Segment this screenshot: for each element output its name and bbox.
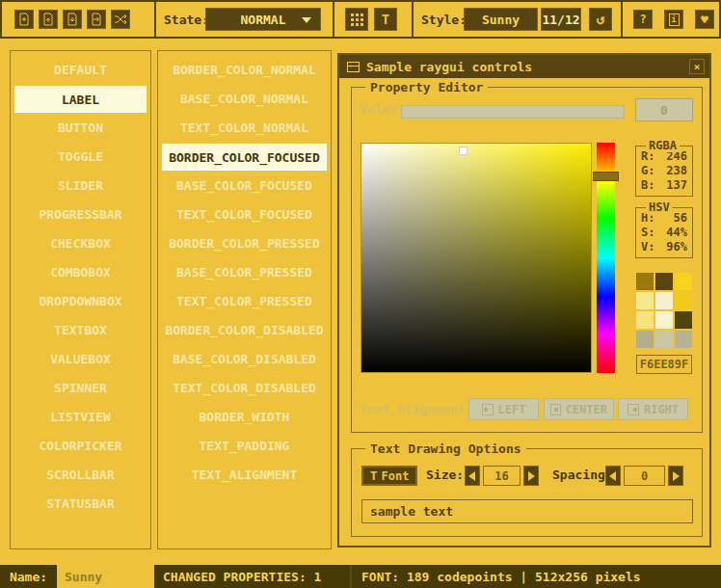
hex-color-input[interactable]: F6EE89F: [636, 355, 692, 374]
state-label: State:: [164, 2, 209, 37]
style-color-swatch[interactable]: [675, 292, 692, 309]
new-file-button[interactable]: [14, 10, 34, 29]
color-panel[interactable]: [360, 143, 592, 373]
spacing-value-box[interactable]: 0: [624, 466, 665, 486]
about-button[interactable]: i: [664, 10, 683, 29]
hex-color-value: F6EE89F: [640, 358, 689, 371]
list-item-scrollbar[interactable]: SCROLLBAR: [14, 462, 147, 489]
list-item-spinner[interactable]: SPINNER: [14, 375, 147, 402]
toolbar-divider: [412, 2, 414, 37]
list-item-listview[interactable]: LISTVIEW: [14, 404, 147, 431]
heart-icon: ♥: [701, 13, 708, 26]
list-item-border_width[interactable]: BORDER_WIDTH: [162, 404, 327, 431]
status-bar: Name: Sunny CHANGED PROPERTIES: 1 FONT: …: [0, 565, 721, 588]
property-editor-group: Property Editor Value: 0 RGBA R: 246 G:: [351, 87, 703, 433]
size-value-box[interactable]: 16: [483, 466, 521, 486]
style-name-status-label: Name:: [0, 565, 57, 588]
list-item-base_color_normal[interactable]: BASE_COLOR_NORMAL: [162, 86, 327, 113]
list-item-border_color_disabled[interactable]: BORDER_COLOR_DISABLED: [162, 317, 327, 344]
list-item-text_alignment[interactable]: TEXT_ALIGNMENT: [162, 462, 327, 489]
align-left-label: LEFT: [498, 403, 526, 416]
align-center-icon: [550, 404, 561, 415]
list-item-label[interactable]: LABEL: [14, 86, 147, 113]
font-info-status: FONT: 189 codepoints | 512x256 pixels: [354, 565, 721, 588]
list-item-checkbox[interactable]: CHECKBOX: [14, 230, 147, 257]
list-item-progressbar[interactable]: PROGRESSBAR: [14, 201, 147, 228]
style-color-swatch[interactable]: [655, 311, 673, 329]
reload-style-button[interactable]: ↺: [589, 8, 612, 31]
window-titlebar[interactable]: Sample raygui controls ×: [339, 55, 709, 78]
list-item-toggle[interactable]: TOGGLE: [14, 144, 147, 171]
shuffle-icon: [114, 13, 127, 26]
export-file-button[interactable]: [87, 10, 106, 29]
b-value: 137: [666, 178, 687, 193]
size-label: Size:: [426, 468, 464, 482]
window-close-button[interactable]: ×: [689, 59, 705, 74]
style-color-swatch[interactable]: [636, 292, 654, 309]
list-item-slider[interactable]: SLIDER: [14, 173, 147, 200]
font-button[interactable]: T Font: [361, 466, 417, 486]
style-color-swatch[interactable]: [675, 331, 692, 348]
state-dropdown-value: NORMAL: [241, 13, 286, 27]
random-style-button[interactable]: [111, 10, 130, 29]
list-item-dropdownbox[interactable]: DROPDOWNBOX: [14, 288, 147, 315]
list-item-text_color_pressed[interactable]: TEXT_COLOR_PRESSED: [162, 288, 327, 315]
style-name-input[interactable]: Sunny: [57, 565, 154, 588]
list-item-border_color_focused[interactable]: BORDER_COLOR_FOCUSED: [162, 144, 327, 171]
arrow-right-icon: [673, 471, 684, 481]
list-item-base_color_focused[interactable]: BASE_COLOR_FOCUSED: [162, 173, 327, 200]
list-item-text_color_disabled[interactable]: TEXT_COLOR_DISABLED: [162, 375, 327, 402]
style-color-swatch[interactable]: [655, 273, 673, 290]
list-item-textbox[interactable]: TEXTBOX: [14, 317, 147, 344]
list-item-base_color_disabled[interactable]: BASE_COLOR_DISABLED: [162, 346, 327, 373]
style-name-button[interactable]: Sunny: [464, 8, 538, 31]
align-right-label: RIGHT: [644, 403, 679, 416]
spacing-decrement-button[interactable]: [605, 466, 621, 486]
style-label: Style:: [421, 2, 467, 37]
hue-slider-handle[interactable]: [593, 172, 619, 181]
style-color-swatch[interactable]: [655, 331, 673, 348]
list-item-text_color_normal[interactable]: TEXT_COLOR_NORMAL: [162, 115, 327, 142]
hue-slider[interactable]: [597, 143, 615, 373]
style-table-button[interactable]: [345, 8, 368, 31]
align-right-icon: [628, 404, 639, 415]
style-color-swatch[interactable]: [655, 292, 673, 309]
list-item-button[interactable]: BUTTON: [14, 115, 147, 142]
style-counter-value: 11/12: [542, 13, 579, 27]
sample-text-input[interactable]: sample text: [361, 499, 693, 523]
list-item-valuebox[interactable]: VALUEBOX: [14, 346, 147, 373]
style-color-swatch[interactable]: [675, 311, 692, 329]
list-item-statusbar[interactable]: STATUSBAR: [14, 491, 147, 518]
style-color-swatch[interactable]: [636, 331, 654, 348]
style-color-swatch[interactable]: [636, 273, 654, 290]
spacing-increment-button[interactable]: [668, 466, 683, 486]
style-color-swatch[interactable]: [636, 311, 654, 329]
size-decrement-button[interactable]: [465, 466, 480, 486]
list-item-text_color_focused[interactable]: TEXT_COLOR_FOCUSED: [162, 201, 327, 228]
list-item-text_padding[interactable]: TEXT_PADDING: [162, 433, 327, 460]
list-item-base_color_pressed[interactable]: BASE_COLOR_PRESSED: [162, 259, 327, 286]
list-item-combobox[interactable]: COMBOBOX: [14, 259, 147, 286]
list-item-default[interactable]: DEFAULT: [14, 57, 147, 84]
list-item-border_color_pressed[interactable]: BORDER_COLOR_PRESSED: [162, 230, 327, 257]
font-atlas-button[interactable]: T: [374, 8, 397, 31]
hsv-label: HSV: [646, 200, 673, 214]
list-item-colorpicker[interactable]: COLORPICKER: [14, 433, 147, 460]
chevron-down-icon: [302, 17, 311, 28]
v-label: V:: [641, 240, 654, 254]
color-panel-cursor[interactable]: [459, 147, 467, 155]
save-file-button[interactable]: [63, 10, 82, 29]
rgba-label: RGBA: [646, 139, 680, 152]
value-label: Value:: [360, 101, 405, 116]
file-open-icon: [41, 13, 55, 26]
sponsor-button[interactable]: ♥: [695, 10, 714, 29]
open-file-button[interactable]: [39, 10, 58, 29]
style-color-swatch[interactable]: [675, 273, 692, 290]
list-item-border_color_normal[interactable]: BORDER_COLOR_NORMAL: [162, 57, 327, 84]
size-increment-button[interactable]: [523, 466, 539, 486]
help-button[interactable]: ?: [633, 10, 653, 29]
reset-icon: ↺: [596, 11, 604, 28]
state-dropdown[interactable]: NORMAL: [205, 8, 321, 31]
file-save-icon: [66, 13, 79, 26]
align-center-label: CENTER: [566, 403, 607, 416]
